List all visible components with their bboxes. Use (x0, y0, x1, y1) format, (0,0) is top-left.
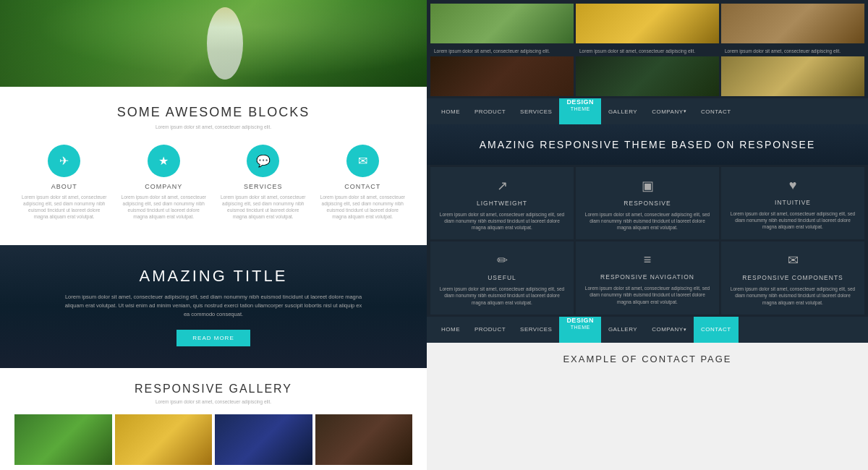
intuitive-text: Lorem ipsum dolor sit amet, consecteuer … (730, 210, 856, 230)
second-gallery (427, 56, 868, 98)
services-icon: 💬 (247, 145, 279, 177)
block-company: ★ COMPANY Lorem ipsum dolor sit amet, co… (120, 145, 208, 220)
bottom-nav-home[interactable]: HOME (434, 317, 467, 343)
useful-title: USEFUL (439, 274, 565, 281)
gallery-image-3 (215, 414, 312, 465)
feature-responsive-components: ✉ RESPONSIVE COMPONENTS Lorem ipsum dolo… (721, 242, 864, 314)
lightweight-icon: ↗ (439, 178, 565, 194)
feature-grid: ↗ LIGHTWEIGHT Lorem ipsum dolor sit amet… (427, 165, 868, 317)
responsive-nav-title: RESPONSIVE NAVIGATION (584, 273, 710, 281)
top-gallery (427, 0, 868, 46)
dark-section-title: AMAZING TITLE (29, 267, 398, 286)
gallery-image-1 (14, 414, 112, 465)
intuitive-icon: ♥ (730, 178, 856, 193)
theme-hero-title: AMAZING RESPONSIVE THEME BASED ON RESPON… (448, 139, 846, 150)
gallery-item-2[interactable] (115, 414, 213, 465)
lightweight-text: Lorem ipsum dolor sit amet, consecteuer … (439, 211, 565, 231)
nav-product[interactable]: PRODUCT (467, 98, 513, 124)
gallery-item-1[interactable] (14, 414, 112, 465)
gallery-image-2 (115, 414, 213, 465)
intuitive-title: INTUITIVE (730, 199, 856, 206)
about-icon: ✈ (48, 145, 80, 177)
bottom-nav-contact[interactable]: CONTACT (694, 317, 739, 343)
contact-icon: ✉ (346, 145, 379, 177)
block-about: ✈ ABOUT Lorem ipsum dolor sit amet, cons… (20, 145, 108, 220)
bottom-nav-bar: HOME PRODUCT SERVICES DESIGNTHEME GALLER… (427, 317, 868, 343)
dark-section: AMAZING TITLE Lorem ipsum dolor sit amet… (0, 245, 427, 368)
theme-hero: AMAZING RESPONSIVE THEME BASED ON RESPON… (427, 124, 868, 165)
block-contact: ✉ CONTACT Lorem ipsum dolor sit amet, co… (319, 145, 407, 220)
gallery-image-4 (315, 414, 413, 465)
about-label: ABOUT (20, 183, 108, 190)
useful-icon: ✏ (439, 252, 565, 268)
about-text: Lorem ipsum dolor sit amet, consecteuer … (20, 194, 108, 220)
responsive-text: Lorem ipsum dolor sit amet, consecteuer … (584, 211, 710, 231)
blocks-title: SOME AWESOME BLOCKS (14, 105, 412, 120)
top-gallery-text-2: Lorem ipsum dolor sit amet, consecteuer … (576, 46, 719, 56)
feature-useful: ✏ USEFUL Lorem ipsum dolor sit amet, con… (430, 242, 574, 314)
second-gallery-item-3[interactable] (721, 56, 864, 96)
nav-gallery[interactable]: GALLERY (601, 98, 644, 124)
gallery-item-4[interactable] (315, 414, 413, 465)
feature-responsive-nav: ≡ RESPONSIVE NAVIGATION Lorem ipsum dolo… (576, 242, 719, 314)
left-panel: SOME AWESOME BLOCKS Lorem ipsum dolor si… (0, 0, 427, 470)
top-gallery-text-1: Lorem ipsum dolor sit amet, consecteuer … (430, 46, 574, 56)
gallery-subtitle: Lorem ipsum dolor sit amet, consecteuer … (14, 398, 412, 405)
nav-bar: HOME PRODUCT SERVICES DESIGNTHEME GALLER… (427, 98, 868, 124)
dark-section-text: Lorem ipsum dolor sit amet, consecteuer … (61, 293, 365, 319)
second-gallery-item-1[interactable] (430, 56, 574, 96)
nav-theme-sub: THEME (571, 106, 590, 111)
responsive-components-title: RESPONSIVE COMPONENTS (730, 274, 856, 281)
nav-design-theme[interactable]: DESIGNTHEME (559, 98, 601, 124)
lightweight-title: LIGHTWEIGHT (439, 200, 565, 207)
bottom-nav-services[interactable]: SERVICES (513, 317, 559, 343)
useful-text: Lorem ipsum dolor sit amet, consecteuer … (439, 286, 565, 305)
right-panel: Lorem ipsum dolor sit amet, consecteuer … (427, 0, 868, 470)
services-text: Lorem ipsum dolor sit amet, consecteuer … (219, 194, 307, 220)
read-more-button[interactable]: READ MORE (176, 330, 250, 346)
feature-intuitive: ♥ INTUITIVE Lorem ipsum dolor sit amet, … (721, 167, 864, 239)
contact-title: EXAMPLE OF CONTACT PAGE (448, 354, 846, 364)
responsive-nav-icon: ≡ (584, 252, 710, 268)
feature-lightweight: ↗ LIGHTWEIGHT Lorem ipsum dolor sit amet… (430, 167, 574, 239)
contact-label: CONTACT (319, 183, 407, 190)
blocks-grid: ✈ ABOUT Lorem ipsum dolor sit amet, cons… (14, 145, 412, 220)
top-gallery-item-2[interactable] (576, 4, 719, 43)
blocks-section: SOME AWESOME BLOCKS Lorem ipsum dolor si… (0, 87, 427, 245)
nav-company[interactable]: COMPANY (644, 98, 694, 124)
top-gallery-item-3[interactable] (721, 4, 864, 43)
responsive-icon: ▣ (584, 178, 710, 194)
bottom-nav-product[interactable]: PRODUCT (467, 317, 513, 343)
company-label: COMPANY (120, 183, 208, 190)
gallery-title: RESPONSIVE GALLERY (14, 383, 412, 396)
top-gallery-item-1[interactable] (430, 4, 574, 43)
gallery-item-3[interactable] (215, 414, 312, 465)
second-gallery-item-2[interactable] (576, 56, 719, 96)
responsive-title: RESPONSIVE (584, 200, 710, 207)
block-services: 💬 SERVICES Lorem ipsum dolor sit amet, c… (219, 145, 307, 220)
bottom-nav-gallery[interactable]: GALLERY (601, 317, 644, 343)
nav-contact[interactable]: CONTACT (694, 98, 739, 124)
services-label: SERVICES (219, 183, 307, 190)
contact-section: EXAMPLE OF CONTACT PAGE (427, 343, 868, 470)
gallery-section: RESPONSIVE GALLERY Lorem ipsum dolor sit… (0, 368, 427, 470)
company-text: Lorem ipsum dolor sit amet, consecteuer … (120, 194, 208, 220)
company-icon: ★ (148, 145, 180, 177)
blocks-subtitle: Lorem ipsum dolor sit amet, consecteuer … (14, 124, 412, 130)
nav-services[interactable]: SERVICES (513, 98, 559, 124)
responsive-components-icon: ✉ (730, 252, 856, 268)
feature-responsive: ▣ RESPONSIVE Lorem ipsum dolor sit amet,… (576, 167, 719, 239)
hero-image (0, 0, 427, 87)
gallery-grid (14, 414, 412, 465)
bottom-nav-design-theme[interactable]: DESIGNTHEME (559, 317, 601, 343)
top-gallery-text-3: Lorem ipsum dolor sit amet, consecteuer … (721, 46, 864, 56)
responsive-nav-text: Lorem ipsum dolor sit amet, consecteuer … (584, 285, 710, 304)
bottom-nav-company[interactable]: COMPANY (644, 317, 694, 343)
contact-text: Lorem ipsum dolor sit amet, consecteuer … (319, 194, 407, 220)
nav-home[interactable]: HOME (434, 98, 467, 124)
hero-figure (196, 4, 254, 83)
bottom-nav-theme-sub: THEME (571, 325, 590, 330)
responsive-components-text: Lorem ipsum dolor sit amet, consecteuer … (730, 286, 856, 305)
